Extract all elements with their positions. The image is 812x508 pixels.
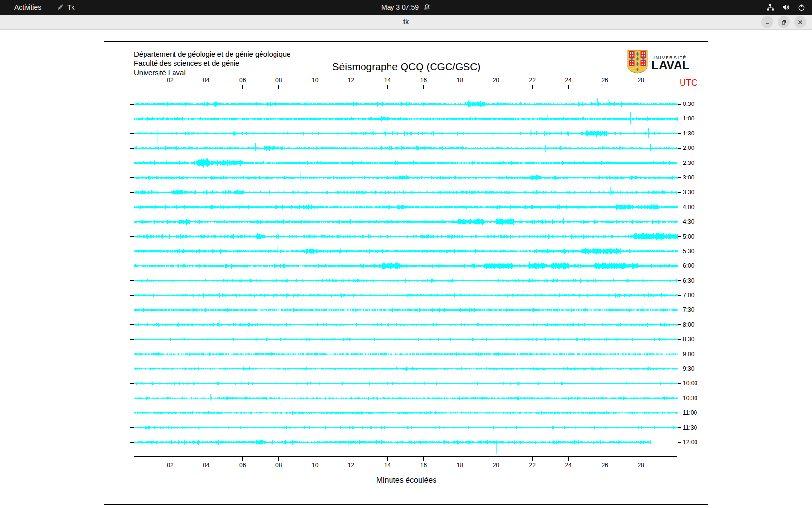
x-axis-title: Minutes écoulées xyxy=(104,476,709,485)
x-tick-label-top: 02 xyxy=(167,77,173,84)
network-wired-icon xyxy=(767,3,774,11)
seismogram-traces xyxy=(129,84,684,466)
clock-menu[interactable]: May 3 07:59 xyxy=(381,0,431,15)
tk-icon xyxy=(57,4,64,11)
trace-time-label: 1:00 xyxy=(683,115,694,122)
universite-laval-logo: UNIVERSITÉ LAVAL xyxy=(627,50,690,75)
plot-title: Séismographe QCQ (CGC/GSC) xyxy=(104,61,709,73)
x-tick-label-top: 10 xyxy=(312,77,318,84)
trace-time-label: 6:30 xyxy=(683,277,694,284)
system-status-area[interactable] xyxy=(767,0,805,15)
x-tick-label-top: 26 xyxy=(601,77,608,84)
trace-time-label: 5:00 xyxy=(683,233,694,240)
trace-time-label: 9:00 xyxy=(683,351,694,358)
x-tick-label-top: 14 xyxy=(384,77,391,84)
x-tick-label-top: 28 xyxy=(638,77,644,84)
app-menu[interactable]: Tk xyxy=(52,0,80,15)
clock-label: May 3 07:59 xyxy=(381,3,419,11)
trace-time-label: 2:30 xyxy=(683,160,694,166)
x-tick-label-top: 18 xyxy=(457,77,463,84)
trace-time-label: 2:00 xyxy=(683,145,694,151)
app-menu-label: Tk xyxy=(67,0,75,15)
x-tick-label-top: 20 xyxy=(493,77,499,84)
trace-time-label: 11:30 xyxy=(683,424,697,431)
close-button[interactable] xyxy=(794,16,806,28)
trace-time-label: 6:00 xyxy=(683,262,694,269)
window-title: tk xyxy=(0,15,812,30)
trace-time-label: 3:00 xyxy=(683,174,694,181)
trace-time-label: 10:30 xyxy=(683,395,697,402)
x-tick-label-top: 24 xyxy=(566,77,572,84)
activities-button[interactable]: Activities xyxy=(9,0,47,15)
x-tick-label-top: 08 xyxy=(276,77,282,84)
trace-time-label: 0:30 xyxy=(683,101,694,107)
logo-text-laval: LAVAL xyxy=(652,60,690,71)
x-tick-label-top: 22 xyxy=(529,77,536,84)
notifications-disabled-icon xyxy=(423,4,431,11)
trace-time-label: 4:00 xyxy=(683,204,694,210)
trace-time-label: 10:00 xyxy=(683,380,697,387)
power-icon xyxy=(798,4,805,11)
x-tick-label-top: 12 xyxy=(348,77,354,84)
trace-time-label: 3:30 xyxy=(683,189,694,195)
x-tick-label-top: 16 xyxy=(420,77,427,84)
maximize-button[interactable] xyxy=(778,16,790,28)
seismograph-canvas: Département de géologie et de génie géol… xyxy=(104,41,708,505)
trace-time-label: 11:00 xyxy=(683,409,697,416)
trace-time-label: 1:30 xyxy=(683,130,694,137)
trace-time-label: 12:00 xyxy=(683,439,697,446)
trace-time-label: 7:00 xyxy=(683,292,694,299)
trace-time-label: 8:00 xyxy=(683,321,694,328)
minimize-button[interactable] xyxy=(761,16,773,28)
laval-shield-icon xyxy=(627,50,648,75)
window-title-bar[interactable]: tk xyxy=(0,15,812,30)
trace-time-label: 9:30 xyxy=(683,365,694,372)
x-tick-label-top: 06 xyxy=(239,77,246,84)
top-bar: Activities Tk May 3 07:59 xyxy=(0,0,812,15)
x-tick-label-top: 04 xyxy=(203,77,209,84)
trace-time-label: 5:30 xyxy=(683,248,694,254)
trace-time-label: 7:30 xyxy=(683,306,694,313)
trace-time-label: 8:30 xyxy=(683,336,694,343)
volume-icon xyxy=(782,3,790,11)
trace-time-label: 4:30 xyxy=(683,218,694,225)
